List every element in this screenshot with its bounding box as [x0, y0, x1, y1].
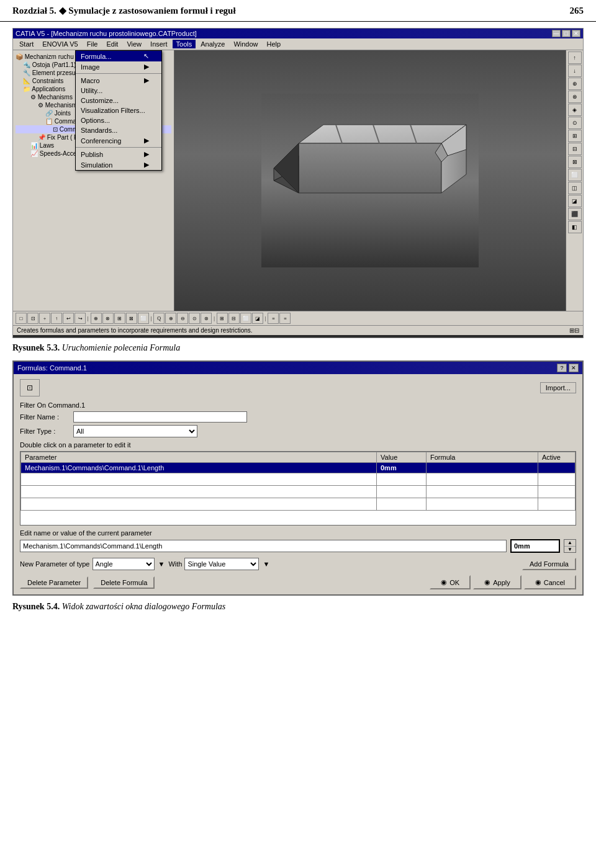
menu-conferencing[interactable]: Conferencing ▶ [76, 135, 161, 146]
catia-titlebar: CATIA V5 - [Mechanizm ruchu prostoliniow… [13, 29, 583, 38]
formula-icon-button[interactable]: ⊡ [20, 379, 40, 396]
dialog-close-button[interactable]: ✕ [569, 364, 579, 372]
menu-macro[interactable]: Macro ▶ [76, 75, 161, 86]
btoolbar-icon-11[interactable]: ⬜ [138, 313, 149, 324]
menu-tools[interactable]: Tools [173, 40, 196, 48]
param-value: 0mm [377, 463, 427, 473]
btoolbar-icon-14[interactable]: ⊖ [177, 313, 188, 324]
toolbar-icon-6[interactable]: ⊙ [568, 117, 582, 129]
menu-analyze[interactable]: Analyze [197, 40, 228, 48]
toolbar-icon-2[interactable]: ↓ [568, 65, 582, 77]
menu-options[interactable]: Options... [76, 115, 161, 125]
menu-enovia[interactable]: ENOVIA V5 [38, 40, 81, 48]
cancel-label: Cancel [544, 579, 565, 586]
btoolbar-icon-13[interactable]: ⊕ [165, 313, 176, 324]
btoolbar-icon-10[interactable]: ⊠ [126, 313, 137, 324]
toolbar-icon-1[interactable]: ↑ [568, 51, 582, 64]
btoolbar-icon-7[interactable]: ⊕ [91, 313, 102, 324]
caption2-text: Widok zawartości okna dialogowego Formul… [62, 602, 226, 611]
btoolbar-icon-22[interactable]: ≡ [279, 313, 291, 324]
menu-customize[interactable]: Customize... [76, 96, 161, 105]
add-formula-button[interactable]: Add Formula [522, 558, 576, 570]
new-parameter-row: New Parameter of type Angle Length Real … [20, 558, 576, 570]
btoolbar-icon-18[interactable]: ⊟ [228, 313, 240, 324]
btoolbar-icon-21[interactable]: ≡ [268, 313, 279, 324]
toolbar-icon-5[interactable]: ◈ [568, 104, 582, 116]
toolbar-icon-10[interactable]: ⬜ [568, 169, 582, 181]
empty-cell-5 [21, 486, 377, 498]
toolbar-icon-8[interactable]: ⊟ [568, 143, 582, 155]
value-spinner[interactable]: ▲ ▼ [564, 539, 576, 553]
btoolbar-icon-12[interactable]: Q [153, 313, 165, 324]
btoolbar-icon-15[interactable]: ⊙ [189, 313, 200, 324]
menu-window[interactable]: Window [230, 40, 261, 48]
filter-name-label: Filter Name : [20, 413, 70, 421]
menu-help[interactable]: Help [263, 40, 285, 48]
new-param-type-select[interactable]: Angle Length Real Integer Boolean [93, 558, 155, 570]
toolbar-icon-3[interactable]: ⊕ [568, 78, 582, 90]
toolbar-icon-9[interactable]: ⊠ [568, 156, 582, 168]
btoolbar-icon-20[interactable]: ◪ [252, 313, 263, 324]
apply-button[interactable]: ◉ Apply [473, 575, 522, 589]
btoolbar-icon-8[interactable]: ⊗ [102, 313, 114, 324]
instruction-text: Double click on a parameter to edit it [20, 441, 576, 449]
menu-utility[interactable]: Utility... [76, 86, 161, 96]
btoolbar-icon-17[interactable]: ⊞ [217, 313, 228, 324]
delete-formula-button[interactable]: Delete Formula [93, 576, 155, 589]
toolbar-icon-12[interactable]: ◪ [568, 195, 582, 207]
maximize-button[interactable]: □ [562, 30, 571, 37]
toolbar-icon-11[interactable]: ◫ [568, 182, 582, 194]
dialog-toolbar-left: ⊡ [20, 379, 40, 396]
btoolbar-icon-9[interactable]: ⊞ [114, 313, 125, 324]
caption1-text: Uruchomienie polecenia Formula [62, 343, 181, 352]
toolbar-icon-13[interactable]: ⬛ [568, 208, 582, 220]
dialog-help-button[interactable]: ? [557, 364, 567, 372]
menu-edit[interactable]: Edit [102, 40, 122, 48]
btoolbar-icon-3[interactable]: + [39, 313, 50, 324]
table-row[interactable]: Mechanism.1\Commands\Command.1\Length 0m… [21, 463, 576, 473]
caption-1: Rysunek 5.3. Uruchomienie polecenia Form… [12, 343, 584, 353]
btoolbar-icon-19[interactable]: ⬜ [240, 313, 251, 324]
btoolbar-icon-4[interactable]: ↑ [51, 313, 62, 324]
edit-value-input[interactable] [510, 539, 560, 553]
table-empty-row-3 [21, 498, 576, 511]
menu-standards[interactable]: Standards... [76, 125, 161, 135]
menu-image[interactable]: Image ▶ [76, 61, 161, 72]
tools-dropdown-menu: Formula... ↖ Image ▶ Macro ▶ Utility... … [75, 50, 162, 171]
import-button[interactable]: Import... [540, 382, 576, 393]
menu-visualization-filters[interactable]: Visualization Filters... [76, 105, 161, 115]
minimize-button[interactable]: — [552, 30, 561, 37]
btoolbar-icon-2[interactable]: ⊡ [27, 313, 38, 324]
single-value-select[interactable]: Single Value Multiple Values Range [184, 558, 259, 570]
btoolbar-icon-16[interactable]: ⊛ [201, 313, 212, 324]
cancel-button[interactable]: ◉ Cancel [524, 575, 576, 589]
btoolbar-icon-5[interactable]: ↩ [63, 313, 74, 324]
menu-formula[interactable]: Formula... ↖ [76, 51, 161, 61]
menu-start[interactable]: Start [16, 40, 37, 48]
menu-insert[interactable]: Insert [147, 40, 171, 48]
filter-name-input[interactable] [73, 411, 247, 423]
edit-name-input[interactable] [20, 540, 507, 552]
filter-type-select[interactable]: All Real Integer Boolean String Length [73, 425, 197, 437]
close-button[interactable]: ✕ [572, 30, 580, 37]
dialog-titlebar: Formulas: Command.1 ? ✕ [14, 362, 582, 374]
ok-icon: ◉ [441, 578, 447, 586]
toolbar-icon-4[interactable]: ⊗ [568, 91, 582, 103]
catia-screenshot: CATIA V5 - [Mechanizm ruchu prostoliniow… [12, 28, 584, 338]
spinner-down-button[interactable]: ▼ [564, 547, 576, 553]
toolbar-icon-14[interactable]: ◧ [568, 221, 582, 233]
btoolbar-icon-1[interactable]: □ [16, 313, 27, 324]
status-right: ⊞⊟ [569, 327, 579, 334]
ok-apply-cancel-buttons: ◉ OK ◉ Apply ◉ Cancel [430, 575, 576, 589]
menu-file[interactable]: File [83, 40, 102, 48]
delete-parameter-button[interactable]: Delete Parameter [20, 576, 88, 589]
ok-button[interactable]: ◉ OK [430, 575, 471, 589]
menu-publish[interactable]: Publish ▶ [76, 149, 161, 159]
filter-name-row: Filter Name : [20, 411, 576, 423]
toolbar-icon-7[interactable]: ⊞ [568, 130, 582, 142]
spinner-up-button[interactable]: ▲ [564, 540, 576, 547]
menu-simulation[interactable]: Simulation ▶ [76, 159, 161, 170]
menu-view[interactable]: View [123, 40, 145, 48]
btoolbar-icon-6[interactable]: ↪ [74, 313, 86, 324]
caption1-prefix: Rysunek 5.3. [12, 343, 60, 352]
